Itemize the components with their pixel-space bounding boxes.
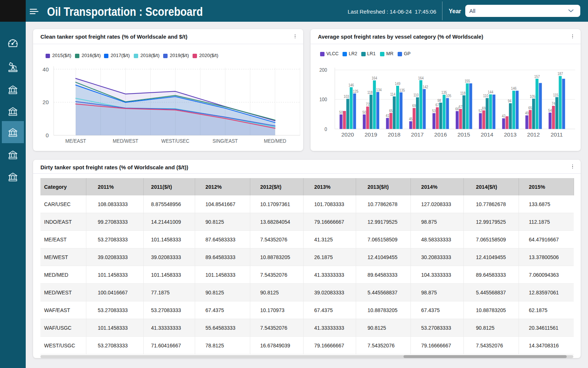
svg-text:41: 41 [386, 113, 389, 118]
svg-text:49: 49 [525, 111, 529, 115]
svg-text:2016: 2016 [434, 131, 447, 138]
svg-text:MED/WEST: MED/WEST [113, 138, 138, 144]
svg-text:135: 135 [399, 88, 405, 92]
svg-text:134: 134 [376, 88, 382, 92]
svg-text:53: 53 [432, 109, 436, 113]
svg-text:164: 164 [418, 76, 424, 80]
svg-text:155: 155 [465, 79, 470, 83]
svg-text:69: 69 [412, 103, 416, 108]
svg-text:164: 164 [372, 76, 377, 80]
svg-text:103: 103 [344, 94, 349, 99]
svg-text:118: 118 [460, 91, 465, 95]
svg-text:146: 146 [348, 83, 354, 87]
svg-text:2014: 2014 [481, 131, 494, 138]
svg-text:50: 50 [362, 110, 366, 114]
svg-text:74: 74 [552, 101, 555, 106]
svg-text:54: 54 [548, 108, 552, 113]
svg-text:67: 67 [459, 105, 462, 109]
svg-text:65: 65 [528, 106, 532, 110]
svg-text:2018: 2018 [388, 131, 400, 138]
svg-text:0: 0 [46, 132, 49, 138]
svg-text:105: 105 [446, 93, 451, 98]
svg-text:2011: 2011 [551, 131, 563, 138]
svg-text:125: 125 [353, 89, 358, 93]
svg-text:200: 200 [319, 67, 327, 73]
svg-text:146: 146 [511, 86, 517, 91]
svg-text:42: 42 [502, 114, 505, 118]
svg-text:65: 65 [389, 109, 393, 113]
svg-text:2013: 2013 [504, 131, 516, 138]
svg-text:67: 67 [435, 103, 439, 107]
svg-text:2019: 2019 [365, 131, 377, 138]
svg-text:2012: 2012 [527, 131, 539, 138]
svg-text:98: 98 [437, 98, 441, 103]
svg-text:149: 149 [395, 81, 401, 86]
svg-text:50: 50 [339, 110, 343, 114]
svg-text:157: 157 [534, 74, 540, 79]
svg-text:45: 45 [409, 117, 413, 121]
svg-text:MED/MED: MED/MED [264, 138, 286, 144]
svg-text:110: 110 [413, 93, 419, 97]
svg-text:ME/EAST: ME/EAST [65, 138, 86, 144]
svg-text:2017: 2017 [411, 131, 423, 138]
svg-text:SING/EAST: SING/EAST [212, 138, 238, 144]
svg-text:20: 20 [43, 99, 49, 105]
svg-text:WEST/USEC: WEST/USEC [161, 138, 190, 144]
svg-text:94: 94 [508, 99, 512, 103]
svg-text:118: 118 [367, 90, 372, 95]
svg-text:105: 105 [530, 94, 535, 99]
svg-text:115: 115 [553, 93, 558, 97]
svg-text:114: 114 [390, 92, 396, 96]
svg-text:187: 187 [557, 71, 563, 76]
svg-text:100: 100 [319, 97, 327, 103]
svg-text:40: 40 [43, 66, 49, 72]
svg-text:142: 142 [423, 85, 428, 89]
svg-text:144: 144 [488, 90, 493, 94]
svg-text:69: 69 [482, 106, 485, 110]
svg-text:2015: 2015 [458, 131, 470, 138]
svg-text:72: 72 [366, 102, 369, 106]
svg-text:0: 0 [325, 126, 327, 132]
svg-text:2020: 2020 [341, 131, 354, 138]
